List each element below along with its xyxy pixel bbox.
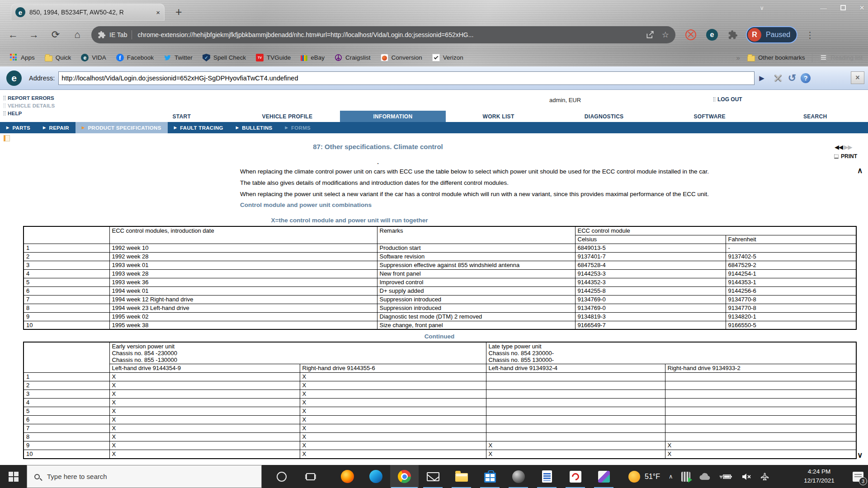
word-app-button[interactable] <box>533 465 561 488</box>
notification-center-button[interactable]: 3 <box>848 465 868 488</box>
other-bookmarks-button[interactable]: Other bookmarks <box>747 54 805 61</box>
bookmark-verizon[interactable]: Verizon <box>432 54 463 61</box>
prev-doc-icon[interactable]: ◀◀ <box>835 144 843 150</box>
omnibox[interactable]: IE Tab chrome-extension://hehijbfgiekmjf… <box>91 26 675 43</box>
table-row: 5XX <box>24 407 856 416</box>
vida-extension-icon[interactable]: e <box>706 29 718 41</box>
table-cell: 10 <box>24 450 109 459</box>
tab-diagnostics[interactable]: DIAGNOSTICS <box>551 111 657 122</box>
scroll-down-icon[interactable]: ∨ <box>857 450 863 460</box>
firefox-app-button[interactable] <box>333 465 362 488</box>
tab-close-icon[interactable]: × <box>156 9 160 16</box>
media-app-tray-icon[interactable] <box>681 472 690 482</box>
sidebar-handle[interactable] <box>4 135 10 141</box>
subtab-product-specifications[interactable]: ▶ PRODUCT SPECIFICATIONS <box>75 122 168 133</box>
chrome-app-button[interactable] <box>390 465 419 488</box>
reload-icon[interactable]: ⟳ <box>48 29 63 41</box>
help-icon[interactable]: ? <box>801 73 811 83</box>
bookmark-vida[interactable]: e VIDA <box>81 54 106 61</box>
report-errors-link[interactable]: REPORT ERRORS <box>4 95 54 101</box>
close-window-icon[interactable]: × <box>859 3 864 13</box>
subtab-fault-tracing[interactable]: ▶ FAULT TRACING <box>168 122 230 133</box>
taskbar-search[interactable]: Type here to search <box>27 465 262 488</box>
table-header-cell <box>24 226 109 244</box>
clock[interactable]: 4:24 PM 12/17/2021 <box>797 467 842 485</box>
bookmark-spellcheck[interactable]: ✓ Spell Check <box>203 54 246 61</box>
forward-icon[interactable]: → <box>26 29 42 41</box>
tools-icon[interactable] <box>773 73 783 84</box>
folder-icon <box>45 56 52 61</box>
help-link[interactable]: HELP <box>4 111 22 116</box>
bookmark-ebay[interactable]: eBay <box>301 54 325 61</box>
sphere-app-button[interactable] <box>504 465 533 488</box>
table-cell: 9134819-3 <box>575 312 726 321</box>
tab-information[interactable]: INFORMATION <box>340 111 446 122</box>
extension-red-icon[interactable] <box>685 29 696 40</box>
tab-software[interactable]: SOFTWARE <box>657 111 763 122</box>
minimize-icon[interactable]: — <box>820 4 827 12</box>
extensions-puzzle-icon[interactable] <box>728 30 738 40</box>
bookmark-twitter[interactable]: Twitter <box>164 54 193 61</box>
paragraph: When replacing the power unit select a n… <box>240 190 832 198</box>
address-input[interactable] <box>58 71 755 85</box>
onedrive-cloud-icon[interactable] <box>699 472 711 481</box>
table-row: 91995 week 02Diagnostic test mode (DTM) … <box>24 312 856 321</box>
bookmarks-overflow-icon[interactable]: » <box>736 54 740 61</box>
paint-app-button[interactable] <box>590 465 618 488</box>
reading-list-button[interactable]: Reading list <box>820 54 863 61</box>
url-text[interactable]: chrome-extension://hehijbfgiekmjfkfjpbkb… <box>137 31 638 38</box>
profile-button[interactable]: R Paused <box>746 26 797 43</box>
divider <box>812 53 812 62</box>
back-icon[interactable]: ← <box>5 29 21 41</box>
bookmark-craigslist[interactable]: Craigslist <box>335 54 371 61</box>
start-button[interactable] <box>0 465 27 488</box>
bookmark-quick[interactable]: Quick <box>45 54 71 61</box>
table-cell: 9144254-1 <box>726 269 856 278</box>
weather-sun-icon[interactable] <box>628 471 640 483</box>
file-explorer-app-button[interactable] <box>447 465 476 488</box>
bookmark-facebook[interactable]: f Facebook <box>116 54 154 61</box>
tab-search[interactable]: SEARCH <box>762 111 868 122</box>
new-tab-button[interactable]: + <box>175 5 182 18</box>
go-icon[interactable]: ▶ <box>759 74 764 82</box>
maximize-icon[interactable] <box>840 5 846 10</box>
tab-work-list[interactable]: WORK LIST <box>446 111 552 122</box>
task-view-button[interactable] <box>300 465 321 488</box>
table-cell: - <box>726 244 856 252</box>
table-cell: 9134770-8 <box>726 295 856 304</box>
tab-start[interactable]: START <box>129 111 235 122</box>
hidden-icons-chevron[interactable]: ∧ <box>669 473 673 480</box>
subtab-bulletins[interactable]: ▶ BULLETINS <box>230 122 279 133</box>
bookmark-tvguide[interactable]: TV TVGuide <box>256 54 291 61</box>
store-app-button[interactable] <box>476 465 504 488</box>
bookmark-label: Facebook <box>127 54 154 61</box>
scroll-up-icon[interactable]: ∧ <box>857 166 863 175</box>
browser-menu-icon[interactable]: ⋮ <box>806 30 814 40</box>
bookmark-star-icon[interactable]: ☆ <box>662 30 669 40</box>
link-icon <box>4 96 5 100</box>
acrobat-app-button[interactable] <box>561 465 590 488</box>
bookmark-apps[interactable]: Apps <box>10 54 35 61</box>
edge-app-button[interactable] <box>362 465 390 488</box>
logout-button[interactable]: LOG OUT <box>713 96 742 103</box>
print-button[interactable]: PRINT <box>834 153 857 160</box>
tab-search-icon[interactable]: ∨ <box>760 5 764 11</box>
subtab-parts[interactable]: ▶ PARTS <box>0 122 37 133</box>
airplane-mode-icon[interactable] <box>760 472 770 481</box>
home-icon[interactable]: ⌂ <box>70 29 85 41</box>
table-cell: Suppression introduced <box>377 304 575 312</box>
browser-tab[interactable]: e 850, 1994, B5234FT, AW50-42, R × <box>11 4 165 21</box>
ietab-close-icon[interactable]: × <box>851 71 864 84</box>
table-row: 3XX <box>24 390 856 399</box>
subtab-repair[interactable]: ▶ REPAIR <box>37 122 75 133</box>
share-icon[interactable] <box>646 30 655 39</box>
cortana-button[interactable] <box>271 465 292 488</box>
mail-app-button[interactable] <box>419 465 447 488</box>
battery-icon[interactable] <box>719 473 733 481</box>
volume-muted-icon[interactable] <box>741 473 751 481</box>
store-icon <box>484 473 496 483</box>
temperature-label[interactable]: 51°F <box>645 473 660 481</box>
tab-vehicle-profile[interactable]: VEHICLE PROFILE <box>235 111 340 122</box>
bookmark-conversion[interactable]: Conversion <box>381 54 422 61</box>
undo-icon[interactable]: ↺ <box>788 72 796 84</box>
